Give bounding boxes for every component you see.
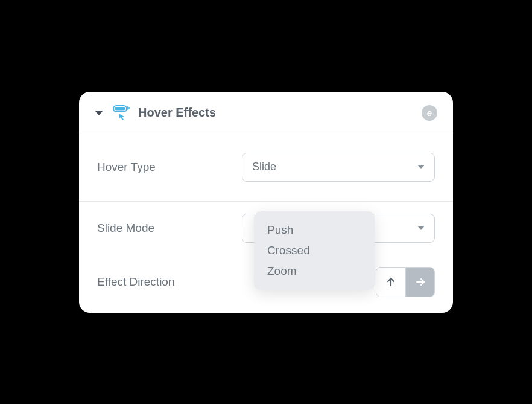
panel-title: Hover Effects [138,106,422,120]
panel-header: Hover Effects e [79,92,453,133]
dropdown-option-push[interactable]: Push [267,220,361,240]
arrow-right-icon [415,277,426,287]
hover-type-select[interactable]: Slide [242,153,435,182]
slide-mode-label: Slide Mode [97,222,242,235]
dropdown-option-zoom[interactable]: Zoom [267,261,361,281]
dropdown-option-crossed[interactable]: Crossed [267,240,361,261]
hover-type-row: Hover Type Slide [79,133,453,202]
effect-direction-label: Effect Direction [97,275,242,289]
hover-type-value: Slide [252,161,276,173]
hover-type-label: Hover Type [97,161,242,174]
collapse-chevron-icon[interactable] [95,111,103,115]
arrow-up-icon [385,277,396,287]
hover-effects-panel: Hover Effects e Hover Type Slide Slide M… [79,92,453,313]
direction-right-button[interactable] [405,268,434,297]
chevron-down-icon [417,165,425,169]
direction-up-button[interactable] [376,268,405,297]
chevron-down-icon [417,226,425,230]
direction-toggle-group [376,267,435,297]
svg-rect-1 [115,107,125,110]
slide-mode-dropdown: Push Crossed Zoom [254,211,375,290]
plugin-badge-icon[interactable]: e [422,105,437,121]
hover-effects-icon [113,105,131,121]
